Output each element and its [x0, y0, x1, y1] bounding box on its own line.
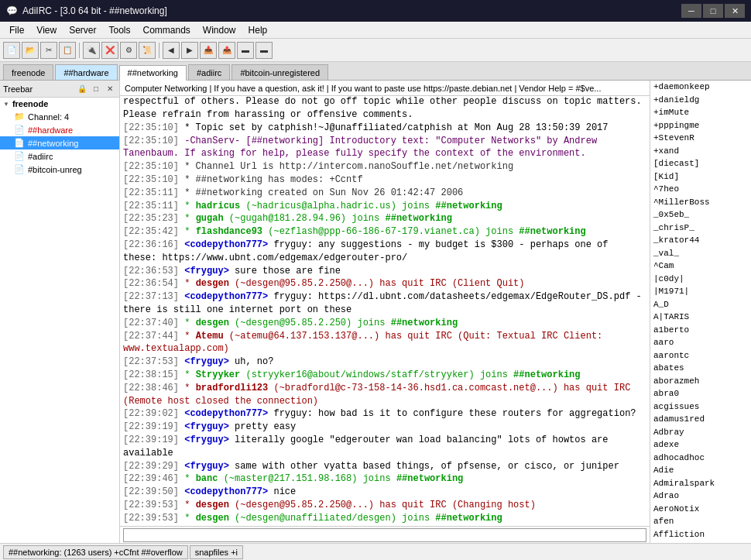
- menu-commands[interactable]: Commands: [137, 22, 197, 38]
- channel-adiirc-label: #adiirc: [28, 152, 53, 161]
- tab-adiirc-label: #adiirc: [197, 68, 221, 77]
- sidebar-restore-btn[interactable]: □: [90, 83, 102, 95]
- user-list-item[interactable]: |M1971|: [650, 285, 751, 298]
- tab-freenode[interactable]: freenode: [3, 64, 53, 80]
- menu-file[interactable]: File: [3, 22, 30, 38]
- tb-join[interactable]: 📥: [200, 42, 217, 59]
- chat-input[interactable]: [123, 528, 646, 542]
- title-bar-controls[interactable]: ─ □ ✕: [681, 4, 745, 18]
- user-list-item[interactable]: +danieldg: [650, 94, 751, 107]
- message-line: [22:36:53] <fryguy> sure those are fine: [123, 265, 646, 278]
- messages-area[interactable]: [22:35:10] * Now talking in: ##networkin…: [120, 96, 650, 526]
- tb-options[interactable]: ⚙: [120, 42, 137, 59]
- tb-forward[interactable]: ▶: [181, 42, 198, 59]
- user-list-item[interactable]: +StevenR: [650, 132, 751, 145]
- tb-scripts[interactable]: 📜: [139, 42, 156, 59]
- menu-view[interactable]: View: [30, 22, 63, 38]
- user-list-item[interactable]: +xand: [650, 145, 751, 158]
- sidebar-server-freenode[interactable]: ▼ freenode: [0, 98, 119, 110]
- chat-main: Computer Networking | If you have a ques…: [120, 81, 650, 543]
- sidebar-channel-networking[interactable]: 📄 ##networking: [0, 136, 119, 149]
- user-list-item[interactable]: ^7heo: [650, 183, 751, 196]
- user-list-item[interactable]: ^MillerBoss: [650, 196, 751, 209]
- doc-icon-bitcoin: 📄: [14, 164, 25, 174]
- user-list-item[interactable]: AeroNotix: [650, 503, 751, 516]
- sidebar-channel-hardware[interactable]: 📄 ##hardware: [0, 123, 119, 136]
- user-list-item[interactable]: Affliction: [650, 528, 751, 541]
- message-line: [22:35:23] * gugah (~gugah@181.28.94.96)…: [123, 212, 646, 225]
- topic-bar: Computer Networking | If you have a ques…: [120, 81, 650, 96]
- user-list-item[interactable]: _krator44: [650, 234, 751, 247]
- user-list-item[interactable]: acgissues: [650, 400, 751, 414]
- tab-hardware[interactable]: ##hardware: [55, 64, 117, 80]
- channel-info[interactable]: ##networking: (1263 users) +cCfnt ##over…: [3, 545, 188, 559]
- message-line: [22:37:13] <codepython777> fryguy: https…: [123, 290, 646, 317]
- menu-help[interactable]: Help: [242, 22, 274, 38]
- sidebar-channel-adiirc[interactable]: 📄 #adiirc: [0, 149, 119, 163]
- tb-new[interactable]: 📄: [3, 42, 20, 59]
- user-list-item[interactable]: aaro: [650, 336, 751, 349]
- user-list-item[interactable]: abates: [650, 362, 751, 375]
- user-list-item[interactable]: +daemonkeep: [650, 81, 751, 94]
- user-list-item[interactable]: [Kid]: [650, 170, 751, 184]
- tab-networking[interactable]: ##networking: [119, 65, 187, 81]
- menu-server[interactable]: Server: [63, 22, 102, 38]
- tb-box2[interactable]: ▬: [255, 42, 273, 59]
- maximize-button[interactable]: □: [703, 4, 723, 18]
- user-list-item[interactable]: adamus1red: [650, 413, 751, 426]
- message-line: [22:35:10] * Channel Url is http://inter…: [123, 160, 646, 173]
- message-line: [22:39:19] <fryguy> pretty easy: [123, 421, 646, 434]
- sidebar-lock-btn[interactable]: 🔒: [76, 83, 88, 95]
- user-list-item[interactable]: abra0: [650, 387, 751, 400]
- user-list-item[interactable]: Admiralspark: [650, 477, 751, 490]
- topic-text: Computer Networking | If you have a ques…: [125, 84, 601, 93]
- doc-icon-hardware: 📄: [14, 125, 25, 135]
- message-line: [22:35:11] * ##networking created on Sun…: [123, 187, 646, 200]
- user-list-item[interactable]: A|TARIS: [650, 311, 751, 324]
- user-list-item[interactable]: a1berto: [650, 324, 751, 337]
- user-list-item[interactable]: Adrao: [650, 490, 751, 503]
- message-line: [22:39:19] <fryguy> literally google "ed…: [123, 434, 646, 460]
- user-list-item[interactable]: Adie: [650, 464, 751, 477]
- message-line: [22:35:10] * Topic set by catphish!~J@un…: [123, 122, 646, 135]
- channel-bitcoin-label: #bitcoin-unreg: [28, 165, 82, 174]
- tb-connect[interactable]: 🔌: [83, 42, 100, 59]
- tab-adiirc[interactable]: #adiirc: [188, 64, 230, 80]
- message-line: [22:39:46] * banc (~master@217.151.98.16…: [123, 472, 646, 486]
- menu-window[interactable]: Window: [197, 22, 242, 38]
- user-list-item[interactable]: Adbray: [650, 426, 751, 439]
- sidebar-icons: 🔒 □ ✕: [76, 83, 116, 95]
- user-list-item[interactable]: adexe: [650, 438, 751, 452]
- minimize-button[interactable]: ─: [681, 4, 701, 18]
- user-list-item[interactable]: +pppingme: [650, 119, 751, 132]
- user-list-item[interactable]: _chrisP_: [650, 222, 751, 235]
- menu-tools[interactable]: Tools: [102, 22, 136, 38]
- tb-part[interactable]: 📤: [218, 42, 235, 59]
- tb-open[interactable]: 📂: [22, 42, 39, 59]
- user-list-item[interactable]: adhocadhoc: [650, 452, 751, 465]
- user-list-item[interactable]: |c0dy|: [650, 273, 751, 286]
- sidebar-channel-count[interactable]: 📁 Channel: 4: [0, 110, 119, 123]
- tb-back[interactable]: ◀: [163, 42, 180, 59]
- user-list-item[interactable]: afics: [650, 541, 751, 543]
- tb-disconnect[interactable]: ❌: [101, 42, 118, 59]
- user-list-item[interactable]: _0x5eb_: [650, 208, 751, 222]
- user-list-item[interactable]: aborazmeh: [650, 375, 751, 388]
- tab-bitcoin[interactable]: #bitcoin-unregistered: [231, 64, 328, 80]
- user-list-item[interactable]: _val_: [650, 247, 751, 260]
- status-tab-snapfiles[interactable]: snapfiles +i: [190, 545, 243, 559]
- user-list-item[interactable]: aarontc: [650, 349, 751, 362]
- user-list-item[interactable]: ^Cam: [650, 259, 751, 273]
- user-list-item[interactable]: +imMute: [650, 106, 751, 119]
- user-list-item[interactable]: A_D: [650, 298, 751, 311]
- sidebar-channel-bitcoin[interactable]: 📄 #bitcoin-unreg: [0, 163, 119, 176]
- tb-box1[interactable]: ▬: [237, 42, 254, 59]
- message-line: [22:37:40] * desgen (~desgen@95.85.2.250…: [123, 317, 646, 330]
- user-list-item[interactable]: afen: [650, 515, 751, 528]
- user-list-item[interactable]: [diecast]: [650, 157, 751, 170]
- sidebar-close-btn[interactable]: ✕: [104, 83, 116, 95]
- close-button[interactable]: ✕: [725, 4, 745, 18]
- toolbar: 📄 📂 ✂ 📋 🔌 ❌ ⚙ 📜 ◀ ▶ 📥 📤 ▬ ▬: [0, 39, 751, 62]
- tb-cut[interactable]: ✂: [40, 42, 57, 59]
- tb-copy[interactable]: 📋: [59, 42, 76, 59]
